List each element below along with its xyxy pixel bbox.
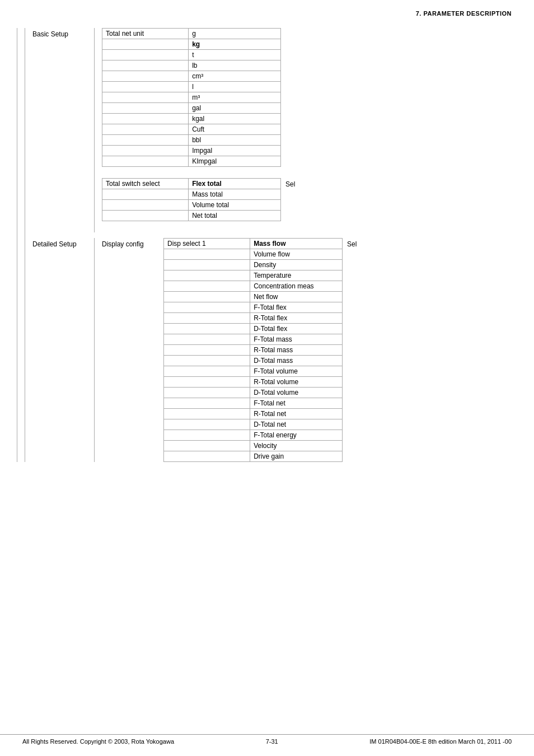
tnu-empty-3 bbox=[102, 60, 189, 71]
ds1-empty-3 bbox=[164, 270, 250, 281]
ds1-empty-16 bbox=[164, 409, 250, 419]
main-content: Basic Setup Total net unit g bbox=[0, 22, 534, 484]
ds1-option-velocity: Velocity bbox=[250, 441, 343, 451]
ds1-empty-6 bbox=[164, 302, 250, 313]
tss-option-flex-total: Flex total bbox=[189, 179, 281, 189]
ds1-empty-2 bbox=[164, 260, 250, 270]
ds1-option-r-total-mass: R-Total mass bbox=[250, 345, 343, 356]
ds1-empty-9 bbox=[164, 334, 250, 345]
ds1-empty-5 bbox=[164, 292, 250, 302]
ds1-option-temperature: Temperature bbox=[250, 270, 343, 281]
disp-select-1-label: Disp select 1 bbox=[164, 239, 250, 249]
total-switch-select-label: Total switch select bbox=[102, 179, 189, 189]
ds1-option-concentration-meas: Concentration meas bbox=[250, 281, 343, 292]
tss-empty-2 bbox=[102, 200, 189, 211]
page-header: 7. PARAMETER DESCRIPTION bbox=[0, 0, 534, 22]
ds1-option-drive-gain: Drive gain bbox=[250, 451, 343, 462]
ds1-empty-7 bbox=[164, 313, 250, 324]
ds1-option-f-total-net: F-Total net bbox=[250, 398, 343, 409]
ds1-empty-18 bbox=[164, 430, 250, 441]
tnu-empty-11 bbox=[102, 146, 189, 156]
tnu-empty-1 bbox=[102, 39, 189, 50]
ds1-empty-11 bbox=[164, 356, 250, 366]
header-title: 7. PARAMETER DESCRIPTION bbox=[416, 10, 512, 17]
ds1-option-mass-flow: Mass flow bbox=[250, 239, 343, 249]
tss-empty-3 bbox=[102, 211, 189, 221]
ds1-empty-4 bbox=[164, 281, 250, 292]
tnu-empty-4 bbox=[102, 71, 189, 82]
ds1-option-density: Density bbox=[250, 260, 343, 270]
tnu-option-cuft: Cuft bbox=[189, 124, 281, 135]
detailed-setup-label: Detailed Setup bbox=[32, 238, 94, 248]
tnu-empty-2 bbox=[102, 50, 189, 60]
ds1-empty-13 bbox=[164, 377, 250, 388]
tss-option-net-total: Net total bbox=[189, 211, 281, 221]
footer-doc-ref: IM 01R04B04-00E-E 8th edition March 01, … bbox=[369, 738, 512, 745]
basic-setup-label: Basic Setup bbox=[32, 28, 94, 38]
tnu-option-m3: m³ bbox=[189, 92, 281, 103]
total-net-unit-label: Total net unit bbox=[102, 29, 189, 39]
footer-page-number: 7-31 bbox=[266, 738, 278, 745]
ds1-empty-1 bbox=[164, 249, 250, 260]
ds1-option-r-total-flex: R-Total flex bbox=[250, 313, 343, 324]
tnu-option-cm3: cm³ bbox=[189, 71, 281, 82]
ds1-empty-15 bbox=[164, 398, 250, 409]
ds1-option-d-total-net: D-Total net bbox=[250, 419, 343, 430]
page-footer: All Rights Reserved. Copyright © 2003, R… bbox=[0, 734, 534, 745]
display-config-label: Display config bbox=[102, 238, 163, 248]
tnu-empty-10 bbox=[102, 135, 189, 146]
ds1-option-volume-flow: Volume flow bbox=[250, 249, 343, 260]
ds1-option-f-total-volume: F-Total volume bbox=[250, 366, 343, 377]
tnu-empty-12 bbox=[102, 156, 189, 167]
ds1-sel-label: Sel bbox=[343, 238, 361, 250]
ds1-option-d-total-volume: D-Total volume bbox=[250, 388, 343, 398]
ds1-option-f-total-flex: F-Total flex bbox=[250, 302, 343, 313]
tnu-option-kimpgal: KImpgal bbox=[189, 156, 281, 167]
tnu-empty-6 bbox=[102, 92, 189, 103]
ds1-option-r-total-net: R-Total net bbox=[250, 409, 343, 419]
tnu-option-kg: kg bbox=[189, 39, 281, 50]
ds1-empty-19 bbox=[164, 441, 250, 451]
ds1-empty-8 bbox=[164, 324, 250, 334]
ds1-option-d-total-mass: D-Total mass bbox=[250, 356, 343, 366]
ds1-option-f-total-mass: F-Total mass bbox=[250, 334, 343, 345]
tnu-empty-9 bbox=[102, 124, 189, 135]
ds1-empty-17 bbox=[164, 419, 250, 430]
footer-copyright: All Rights Reserved. Copyright © 2003, R… bbox=[22, 738, 174, 745]
ds1-option-f-total-energy: F-Total energy bbox=[250, 430, 343, 441]
tss-sel-label: Sel bbox=[281, 178, 299, 190]
tnu-empty-5 bbox=[102, 82, 189, 92]
ds1-option-net-flow: Net flow bbox=[250, 292, 343, 302]
ds1-empty-14 bbox=[164, 388, 250, 398]
ds1-empty-12 bbox=[164, 366, 250, 377]
tnu-option-bbl: bbl bbox=[189, 135, 281, 146]
tss-empty-1 bbox=[102, 189, 189, 200]
tnu-option-t: t bbox=[189, 50, 281, 60]
tnu-empty-8 bbox=[102, 114, 189, 124]
tnu-option-impgal: Impgal bbox=[189, 146, 281, 156]
tnu-empty-7 bbox=[102, 103, 189, 114]
ds1-empty-20 bbox=[164, 451, 250, 462]
ds1-empty-10 bbox=[164, 345, 250, 356]
tss-option-volume-total: Volume total bbox=[189, 200, 281, 211]
tnu-option-lb: lb bbox=[189, 60, 281, 71]
tnu-option-g: g bbox=[189, 29, 281, 39]
tss-option-mass-total: Mass total bbox=[189, 189, 281, 200]
tnu-option-kgal: kgal bbox=[189, 114, 281, 124]
tnu-option-gal: gal bbox=[189, 103, 281, 114]
ds1-option-r-total-volume: R-Total volume bbox=[250, 377, 343, 388]
ds1-option-d-total-flex: D-Total flex bbox=[250, 324, 343, 334]
tnu-option-l: l bbox=[189, 82, 281, 92]
